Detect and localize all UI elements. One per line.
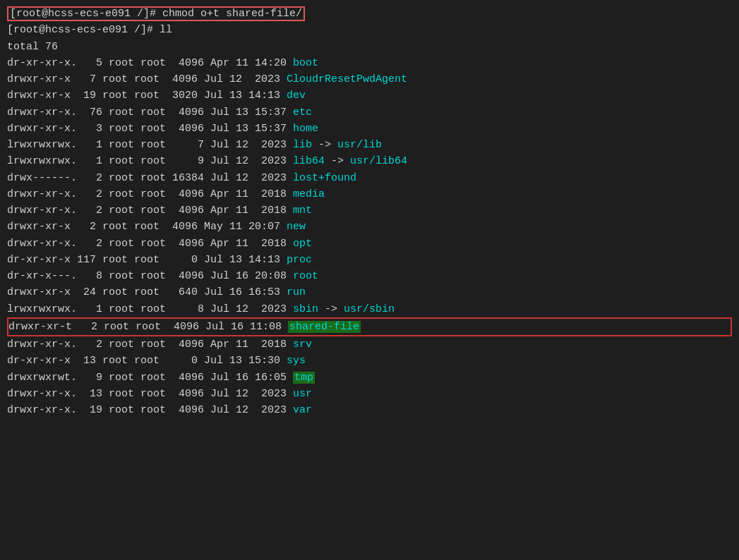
- entry-meta-12: dr-xr-xr-x 117 root root 0 Jul 13 14:13: [7, 254, 287, 266]
- entry-name-18: sys: [287, 355, 306, 367]
- entry-name-17: srv: [293, 339, 312, 351]
- directory-listing: dr-xr-xr-x. 5 root root 4096 Apr 11 14:2…: [7, 55, 732, 419]
- dir-entry-14: drwxr-xr-x 24 root root 640 Jul 16 16:53…: [7, 284, 732, 300]
- dir-entry-16: drwxr-xr-t 2 root root 4096 Jul 16 11:08…: [7, 317, 732, 336]
- entry-meta-18: dr-xr-xr-x 13 root root 0 Jul 13 15:30: [7, 355, 287, 367]
- entry-name-5: lib: [293, 139, 312, 151]
- entry-target-15: usr/sbin: [344, 303, 395, 315]
- command-line-2: [root@hcss-ecs-e091 /]# ll: [7, 22, 732, 38]
- total-line: total 76: [7, 39, 732, 55]
- entry-name-9: mnt: [293, 205, 312, 217]
- dir-entry-12: dr-xr-xr-x 117 root root 0 Jul 13 14:13 …: [7, 252, 732, 268]
- total-text: total 76: [7, 41, 58, 53]
- dir-entry-10: drwxr-xr-x 2 root root 4096 May 11 20:07…: [7, 219, 732, 235]
- entry-name-4: home: [293, 123, 318, 135]
- entry-name-19: tmp: [293, 372, 315, 384]
- dir-entry-13: dr-xr-x---. 8 root root 4096 Jul 16 20:0…: [7, 268, 732, 284]
- entry-name-2: dev: [287, 90, 306, 102]
- entry-meta-16: drwxr-xr-t 2 root root 4096 Jul 16 11:08: [8, 321, 288, 333]
- entry-arrow-5: ->: [312, 139, 337, 151]
- entry-name-7: lost+found: [293, 172, 356, 184]
- entry-name-16: shared-file: [288, 321, 361, 333]
- entry-name-3: etc: [293, 106, 312, 118]
- entry-meta-13: dr-xr-x---. 8 root root 4096 Jul 16 20:0…: [7, 270, 293, 282]
- entry-meta-6: lrwxrwxrwx. 1 root root 9 Jul 12 2023: [7, 155, 293, 167]
- entry-name-20: usr: [293, 388, 312, 400]
- entry-meta-21: drwxr-xr-x. 19 root root 4096 Jul 12 202…: [7, 404, 293, 416]
- entry-name-15: sbin: [293, 303, 318, 315]
- entry-meta-8: drwxr-xr-x. 2 root root 4096 Apr 11 2018: [7, 188, 293, 200]
- entry-meta-19: drwxrwxrwt. 9 root root 4096 Jul 16 16:0…: [7, 372, 293, 384]
- entry-name-21: var: [293, 404, 312, 416]
- dir-entry-19: drwxrwxrwt. 9 root root 4096 Jul 16 16:0…: [7, 370, 732, 386]
- entry-meta-11: drwxr-xr-x. 2 root root 4096 Apr 11 2018: [7, 238, 293, 250]
- entry-meta-3: drwxr-xr-x. 76 root root 4096 Jul 13 15:…: [7, 106, 293, 118]
- entry-meta-0: dr-xr-xr-x. 5 root root 4096 Apr 11 14:2…: [7, 57, 293, 69]
- entry-meta-4: drwxr-xr-x. 3 root root 4096 Jul 13 15:3…: [7, 123, 293, 135]
- terminal: [root@hcss-ecs-e091 /]# chmod o+t shared…: [7, 6, 732, 418]
- dir-entry-4: drwxr-xr-x. 3 root root 4096 Jul 13 15:3…: [7, 121, 732, 137]
- entry-meta-14: drwxr-xr-x 24 root root 640 Jul 16 16:53: [7, 286, 287, 298]
- entry-meta-2: drwxr-xr-x 19 root root 3020 Jul 13 14:1…: [7, 90, 287, 102]
- dir-entry-18: dr-xr-xr-x 13 root root 0 Jul 13 15:30 s…: [7, 353, 732, 369]
- entry-name-8: media: [293, 188, 325, 200]
- entry-target-5: usr/lib: [337, 139, 382, 151]
- dir-entry-21: drwxr-xr-x. 19 root root 4096 Jul 12 202…: [7, 402, 732, 418]
- dir-entry-11: drwxr-xr-x. 2 root root 4096 Apr 11 2018…: [7, 236, 732, 252]
- dir-entry-0: dr-xr-xr-x. 5 root root 4096 Apr 11 14:2…: [7, 55, 732, 71]
- entry-meta-7: drwx------. 2 root root 16384 Jul 12 202…: [7, 172, 293, 184]
- entry-name-0: boot: [293, 57, 318, 69]
- entry-name-6: lib64: [293, 155, 325, 167]
- dir-entry-2: drwxr-xr-x 19 root root 3020 Jul 13 14:1…: [7, 87, 732, 104]
- dir-entry-20: drwxr-xr-x. 13 root root 4096 Jul 12 202…: [7, 386, 732, 402]
- dir-entry-17: drwxr-xr-x. 2 root root 4096 Apr 11 2018…: [7, 336, 732, 353]
- entry-meta-9: drwxr-xr-x. 2 root root 4096 Apr 11 2018: [7, 205, 293, 217]
- dir-entry-1: drwxr-xr-x 7 root root 4096 Jul 12 2023 …: [7, 71, 732, 87]
- dir-entry-6: lrwxrwxrwx. 1 root root 9 Jul 12 2023 li…: [7, 153, 732, 169]
- prompt-2: [root@hcss-ecs-e091 /]# ll: [7, 24, 172, 36]
- entry-meta-1: drwxr-xr-x 7 root root 4096 Jul 12 2023: [7, 73, 287, 85]
- entry-meta-5: lrwxrwxrwx. 1 root root 7 Jul 12 2023: [7, 139, 293, 151]
- entry-name-10: new: [287, 221, 306, 233]
- dir-entry-7: drwx------. 2 root root 16384 Jul 12 202…: [7, 170, 732, 186]
- dir-entry-8: drwxr-xr-x. 2 root root 4096 Apr 11 2018…: [7, 186, 732, 202]
- entry-target-6: usr/lib64: [350, 155, 407, 167]
- command-line-1: [root@hcss-ecs-e091 /]# chmod o+t shared…: [7, 6, 732, 22]
- entry-name-1: CloudrResetPwdAgent: [287, 73, 407, 85]
- entry-meta-10: drwxr-xr-x 2 root root 4096 May 11 20:07: [7, 221, 287, 233]
- entry-meta-20: drwxr-xr-x. 13 root root 4096 Jul 12 202…: [7, 388, 293, 400]
- entry-name-12: proc: [287, 254, 312, 266]
- dir-entry-3: drwxr-xr-x. 76 root root 4096 Jul 13 15:…: [7, 104, 732, 121]
- entry-name-11: opt: [293, 238, 312, 250]
- dir-entry-15: lrwxrwxrwx. 1 root root 8 Jul 12 2023 sb…: [7, 301, 732, 317]
- highlighted-command: [root@hcss-ecs-e091 /]# chmod o+t shared…: [7, 6, 305, 21]
- entry-name-13: root: [293, 270, 318, 282]
- dir-entry-5: lrwxrwxrwx. 1 root root 7 Jul 12 2023 li…: [7, 137, 732, 153]
- entry-meta-17: drwxr-xr-x. 2 root root 4096 Apr 11 2018: [7, 339, 293, 351]
- dir-entry-9: drwxr-xr-x. 2 root root 4096 Apr 11 2018…: [7, 202, 732, 219]
- entry-name-14: run: [287, 286, 306, 298]
- entry-arrow-6: ->: [325, 155, 350, 167]
- entry-meta-15: lrwxrwxrwx. 1 root root 8 Jul 12 2023: [7, 303, 293, 315]
- entry-arrow-15: ->: [318, 303, 344, 315]
